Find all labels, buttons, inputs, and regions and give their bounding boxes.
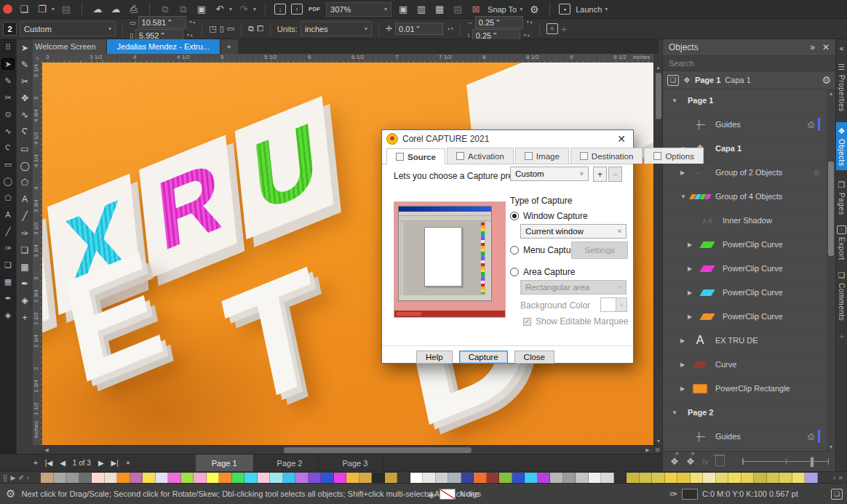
expand-icon[interactable]: ▶: [680, 169, 691, 176]
palette-swatch[interactable]: [614, 473, 627, 483]
add-tool-icon[interactable]: +: [18, 312, 31, 323]
pan-tool-icon[interactable]: ✥: [18, 93, 31, 104]
palette-swatch[interactable]: [295, 473, 309, 483]
ellipse-tool-icon[interactable]: ◯: [18, 160, 31, 171]
palette-swatch[interactable]: [703, 473, 716, 483]
cloud-open-icon[interactable]: ☁: [91, 3, 104, 16]
palette-swatch[interactable]: [652, 473, 665, 483]
objects-search-field[interactable]: Search: [663, 55, 835, 71]
dock-tab-objects[interactable]: ❖ Objects: [836, 122, 847, 170]
palette-swatch[interactable]: [640, 473, 653, 483]
palette-swatch[interactable]: [423, 473, 436, 483]
color-eyedropper-tool-icon[interactable]: ✒: [18, 279, 31, 289]
palette-swatch[interactable]: [512, 473, 525, 483]
customize-grid-icon[interactable]: ⠿: [2, 42, 14, 52]
page-tab-2[interactable]: Page 2: [261, 455, 319, 472]
line-tool-icon[interactable]: ╱: [2, 226, 14, 236]
vertical-scroll-thumb[interactable]: [656, 73, 661, 119]
paste-icon[interactable]: ▣: [195, 3, 208, 16]
all-pages-icon[interactable]: ⧉: [248, 24, 254, 33]
palette-swatch[interactable]: [105, 473, 118, 483]
new-document-icon[interactable]: ❏: [17, 3, 31, 16]
freehand-tool-icon[interactable]: ∿: [2, 126, 14, 136]
dock-collapse-icon[interactable]: «: [839, 44, 843, 52]
expand-icon[interactable]: ▶: [688, 313, 698, 320]
width-spinner[interactable]: ▾ ▴: [190, 20, 196, 24]
thumbnail-size-slider[interactable]: [742, 457, 829, 467]
objects-scroll-thumb[interactable]: [828, 161, 834, 256]
palette-swatch[interactable]: [117, 473, 130, 483]
dialog-close-icon[interactable]: ✕: [614, 133, 629, 145]
status-gear-icon[interactable]: ⚙: [6, 487, 15, 500]
palette-swatch[interactable]: [168, 473, 181, 483]
help-button[interactable]: Help: [416, 351, 453, 364]
launch-label[interactable]: Launch: [576, 5, 602, 14]
fill-none-swatch[interactable]: [440, 489, 456, 500]
show-grid-icon[interactable]: ▦: [433, 3, 446, 16]
docker-options-gear-icon[interactable]: ⚙: [822, 74, 831, 86]
page-width-field[interactable]: 10.581 ": [138, 16, 186, 28]
palette-scroll-right-icon[interactable]: ›: [833, 473, 835, 481]
options-gear-icon[interactable]: ⚙: [528, 3, 541, 16]
shadow-tool-icon[interactable]: ❏: [2, 260, 14, 270]
bezier-tool-icon[interactable]: ✑: [2, 243, 14, 253]
pattern-fill-tool-icon[interactable]: ▦: [18, 261, 31, 272]
objects-scrollbar[interactable]: ▲ ▼: [827, 89, 835, 451]
zoom-level-combo[interactable]: 307%▾: [326, 2, 391, 17]
tree-row-powerclip-rectangle[interactable]: ▶ PowerClip Rectangle: [663, 377, 827, 401]
page-preset-combo[interactable]: Custom▾: [20, 21, 116, 36]
slider-knob[interactable]: [810, 457, 814, 468]
palette-swatch[interactable]: [232, 473, 245, 483]
page-tab-3[interactable]: Page 3: [326, 455, 384, 472]
tree-row-page2[interactable]: ▼ Page 2: [663, 401, 827, 425]
palette-swatch[interactable]: [691, 473, 704, 483]
zoom-tool-icon[interactable]: ⊙: [2, 109, 14, 119]
launch-icon[interactable]: ▪: [559, 4, 570, 15]
eyedropper-tool-icon[interactable]: ✒: [2, 293, 14, 303]
transparency-tool-icon[interactable]: ▦: [2, 276, 14, 287]
palette-swatch[interactable]: [397, 473, 410, 483]
height-spinner[interactable]: ▾ ▴: [187, 33, 193, 37]
palette-swatch[interactable]: [283, 473, 296, 483]
snap-off-icon[interactable]: ⊠: [469, 3, 482, 16]
palette-swatch[interactable]: [779, 473, 792, 483]
dock-tab-export[interactable]: ↑ Export: [837, 225, 846, 260]
open-caret-icon[interactable]: ▾: [52, 6, 55, 12]
nudge-field[interactable]: 0.01 ": [395, 23, 443, 35]
palette-swatch[interactable]: [92, 473, 105, 483]
rectangle-tool-icon[interactable]: ▭: [18, 143, 31, 154]
tree-row-group2[interactable]: ▶ ‒ · Group of 2 Objects ⊘: [663, 161, 827, 185]
pick-tool-icon[interactable]: ➤: [2, 59, 14, 69]
page-view-icon[interactable]: ❏: [667, 75, 679, 86]
palette-swatch[interactable]: [309, 473, 322, 483]
palette-swatch[interactable]: [79, 473, 92, 483]
spiral-tool-icon[interactable]: Ϛ: [18, 127, 31, 137]
tree-row-powerclip-cyan[interactable]: ▶ PowerClip Curve: [663, 281, 827, 305]
palette-swatch[interactable]: [448, 473, 461, 483]
scroll-up-icon[interactable]: ▲: [654, 63, 662, 71]
treat-as-filled-icon[interactable]: ⌗: [546, 23, 558, 34]
printable-icon[interactable]: ⎙: [808, 120, 814, 129]
capture-preset-combo[interactable]: Custom˅: [510, 167, 589, 181]
palette-swatch[interactable]: [66, 473, 79, 483]
spiral-tool-icon[interactable]: Ϛ: [2, 143, 14, 153]
tree-row-page1[interactable]: ▼ Page 1: [663, 89, 827, 113]
docker-close-icon[interactable]: ✕: [822, 42, 830, 52]
export-icon[interactable]: ↑: [291, 4, 303, 15]
palette-swatch[interactable]: [677, 473, 691, 483]
palette-swatch[interactable]: [589, 473, 602, 483]
text-tool-icon[interactable]: A: [2, 209, 14, 220]
snap-to-label[interactable]: Snap To: [488, 5, 517, 14]
breadcrumb-layer[interactable]: Capa 1: [725, 76, 750, 84]
docker-flyout-icon[interactable]: »: [810, 42, 815, 52]
palette-swatch[interactable]: [487, 473, 500, 483]
palette-swatch[interactable]: [792, 473, 806, 483]
import-icon[interactable]: ↓: [274, 4, 286, 15]
dup-x-spinner[interactable]: ▾ ▴: [527, 20, 533, 24]
expand-icon[interactable]: ▶: [680, 361, 691, 368]
palette-swatch[interactable]: [538, 473, 551, 483]
tree-row-group4[interactable]: ▼ Group of 4 Objects: [663, 185, 827, 209]
expand-icon[interactable]: ▶: [680, 385, 691, 392]
palette-swatch[interactable]: [359, 473, 373, 483]
print-icon[interactable]: ⎙: [127, 3, 140, 16]
